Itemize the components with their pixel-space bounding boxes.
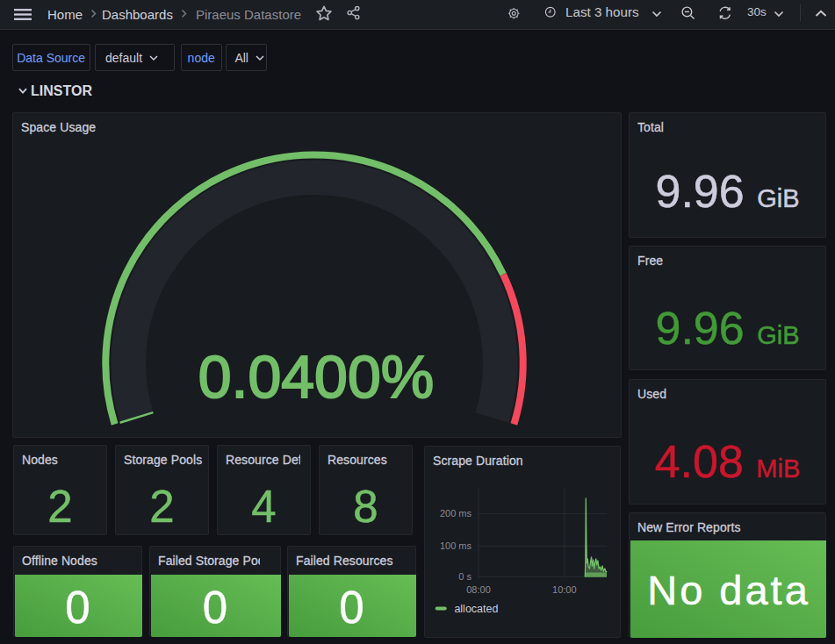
svg-text:08:00: 08:00 [466,584,491,595]
svg-text:allocated: allocated [454,603,498,615]
svg-text:100 ms: 100 ms [440,540,472,551]
svg-text:0.0400%: 0.0400% [198,343,434,410]
svg-text:200 ms: 200 ms [440,508,472,519]
svg-text:0 s: 0 s [458,571,471,582]
svg-text:10:00: 10:00 [552,584,577,595]
